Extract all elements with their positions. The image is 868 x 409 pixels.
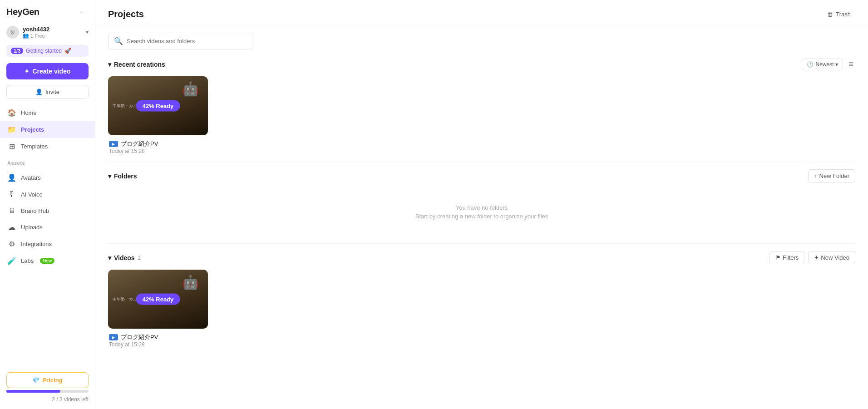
video-info: ▶ ブログ紹介PV Today at 15:28 (108, 329, 208, 348)
main-content: Projects 🗑 Trash 🔍 ▾ Recent creations 🕐 … (95, 0, 868, 409)
templates-icon: ⊞ (7, 142, 16, 151)
seats-icon: 👥 (23, 33, 29, 39)
video-plus-icon: ✦ (24, 68, 30, 75)
recent-creations-title[interactable]: ▾ Recent creations (108, 61, 165, 68)
video-date: Today at 15:28 (109, 148, 207, 154)
videos-count: 1 (138, 254, 141, 261)
sidebar-item-projects[interactable]: 📁 Projects (0, 121, 95, 138)
filter-icon: ⚑ (775, 254, 781, 261)
video-name: ブログ紹介PV (121, 140, 158, 148)
sidebar-item-label: Avatars (21, 174, 41, 181)
folders-header: ▾ Folders + New Folder (108, 169, 855, 182)
collapse-sidebar-button[interactable]: ← (77, 6, 89, 18)
user-info: ⚙ yosh4432 👥 1 Free (6, 26, 49, 39)
sidebar-item-home[interactable]: 🏠 Home (0, 104, 95, 121)
user-plan: 👥 1 Free (23, 33, 49, 39)
videos-progress-bar (6, 390, 89, 393)
sidebar-item-uploads[interactable]: ☁ Uploads (0, 219, 95, 236)
video-name: ブログ紹介PV (121, 333, 158, 341)
videos-title[interactable]: ▾ Videos 1 (108, 254, 141, 261)
search-input[interactable] (127, 38, 247, 44)
section-divider (108, 162, 855, 162)
sidebar-header: HeyGen ← (0, 0, 95, 22)
main-body: 🔍 ▾ Recent creations 🕐 Newest ▾ ≡ (95, 25, 868, 409)
video-info: ▶ ブログ紹介PV Today at 15:28 (108, 135, 208, 154)
sidebar-item-labs[interactable]: 🧪 Labs New (0, 252, 95, 269)
chevron-down-icon: ▾ (835, 61, 838, 68)
sidebar-item-label: Uploads (21, 224, 43, 231)
getting-started-item[interactable]: 1/3 Getting started 🚀 (6, 45, 89, 57)
recent-creations-header: ▾ Recent creations 🕐 Newest ▾ ≡ (108, 58, 855, 71)
video-type-icon: ▶ (109, 141, 118, 147)
chevron-down-icon: ▾ (108, 61, 111, 68)
filters-button[interactable]: ⚑ Filters (769, 251, 804, 264)
sort-button[interactable]: 🕐 Newest ▾ (802, 59, 843, 70)
sidebar-item-label: AI Voice (21, 191, 43, 198)
sidebar-footer: 💎 Pricing 2 / 3 videos left (0, 368, 95, 409)
video-plus-icon: ✦ (814, 254, 819, 261)
assets-section: 👤 Avatars 🎙 AI Voice 🖥 Brand Hub ☁ Uploa… (0, 168, 95, 271)
gear-icon: ⚙ (10, 29, 15, 36)
search-icon: 🔍 (114, 37, 123, 45)
new-video-button[interactable]: ✦ New Video (808, 251, 855, 264)
view-toggle-button[interactable]: ≡ (847, 58, 855, 71)
ready-badge: 42% Ready (136, 100, 180, 112)
video-type-icon: ▶ (109, 334, 118, 340)
main-header: Projects 🗑 Trash (95, 0, 868, 25)
sidebar-item-label: Labs (21, 257, 34, 264)
sidebar-item-avatars[interactable]: 👤 Avatars (0, 169, 95, 186)
getting-started-badge: 1/3 (11, 48, 23, 54)
robot-icon: 🤖 (182, 81, 199, 97)
sidebar-item-integrations[interactable]: ⚙ Integrations (0, 236, 95, 252)
folder-icon: 📁 (7, 125, 16, 134)
folders-empty-line2: Start by creating a new folder to organi… (108, 213, 855, 220)
folders-empty-state: You have no folders Start by creating a … (108, 188, 855, 236)
list-view-icon: ≡ (848, 59, 853, 69)
sidebar-item-templates[interactable]: ⊞ Templates (0, 138, 95, 155)
chevron-down-icon: ▾ (108, 172, 111, 180)
chevron-down-icon: ▾ (108, 254, 111, 261)
microphone-icon: 🎙 (7, 190, 16, 198)
folders-empty-line1: You have no folders (108, 204, 855, 211)
heygen-logo: HeyGen (6, 7, 39, 17)
section-divider-2 (108, 243, 855, 244)
page-title: Projects (108, 9, 144, 20)
nav-section: 🏠 Home 📁 Projects ⊞ Templates (0, 103, 95, 157)
video-date: Today at 15:28 (109, 341, 207, 348)
trash-button[interactable]: 🗑 Trash (823, 8, 855, 20)
videos-left-label: 2 / 3 videos left (6, 396, 89, 403)
chevron-down-icon: ▾ (86, 29, 89, 35)
labs-new-badge: New (40, 258, 54, 264)
video-thumbnail: 中年塾・カルテシア学習塾 🤖 42% Ready (108, 270, 208, 329)
sidebar-item-label: Projects (21, 126, 44, 133)
robot-icon: 🤖 (182, 274, 199, 290)
diamond-icon: 💎 (32, 377, 39, 384)
sidebar-item-ai-voice[interactable]: 🎙 AI Voice (0, 186, 95, 202)
pricing-button[interactable]: 💎 Pricing (6, 372, 89, 388)
create-video-button[interactable]: ✦ Create video (6, 63, 89, 79)
rocket-icon: 🚀 (64, 48, 71, 54)
avatars-icon: 👤 (7, 173, 16, 182)
labs-icon: 🧪 (7, 256, 16, 265)
videos-header: ▾ Videos 1 ⚑ Filters ✦ New Video (108, 251, 855, 264)
brand-hub-icon: 🖥 (7, 207, 16, 215)
sidebar: HeyGen ← ⚙ yosh4432 👥 1 Free ▾ 1/3 Getti… (0, 0, 95, 409)
ready-badge: 42% Ready (136, 294, 180, 305)
videos-grid: 中年塾・カルテシア学習塾 🤖 42% Ready ▶ ブログ紹介PV Today… (108, 270, 855, 348)
user-section[interactable]: ⚙ yosh4432 👥 1 Free ▾ (0, 22, 95, 42)
upload-icon: ☁ (7, 223, 16, 232)
invite-button[interactable]: 👤 Invite (6, 85, 89, 99)
video-card[interactable]: 中年塾・カルテシア学習塾 🤖 42% Ready ▶ ブログ紹介PV Today… (108, 270, 208, 348)
video-card[interactable]: 中年塾・カルテシア学習塾 🤖 42% Ready ▶ ブログ紹介PV Today… (108, 76, 208, 154)
clock-icon: 🕐 (807, 61, 814, 68)
folders-title[interactable]: ▾ Folders (108, 172, 137, 180)
videos-controls: ⚑ Filters ✦ New Video (769, 251, 855, 264)
sidebar-item-brand-hub[interactable]: 🖥 Brand Hub (0, 202, 95, 219)
trash-icon: 🗑 (827, 11, 833, 18)
search-bar[interactable]: 🔍 (108, 33, 253, 49)
sidebar-item-label: Brand Hub (21, 207, 49, 214)
new-folder-button[interactable]: + New Folder (808, 169, 855, 182)
username: yosh4432 (23, 26, 49, 33)
assets-section-label: Assets (0, 157, 95, 168)
avatar: ⚙ (6, 26, 19, 39)
